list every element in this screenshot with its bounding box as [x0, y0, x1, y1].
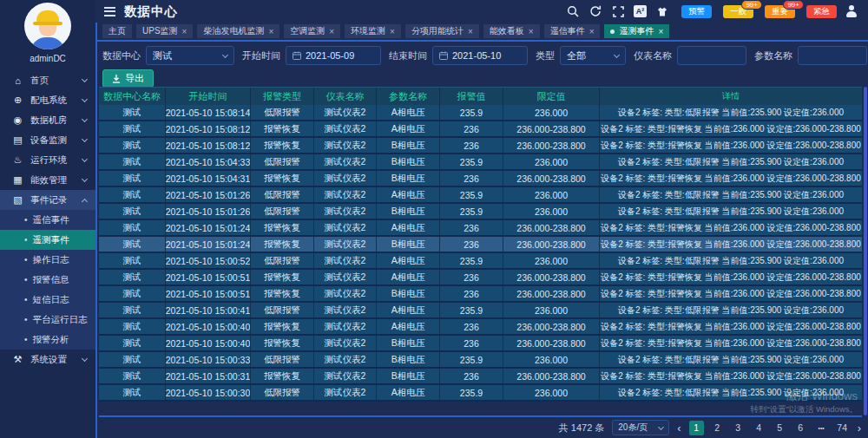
sidebar-item-power-distribution[interactable]: ⊕配电系统: [0, 90, 95, 110]
cell-data-center-name: 测试: [99, 336, 166, 350]
cell-alarm-value: 235.9: [440, 204, 503, 219]
table-row[interactable]: 测试2021-05-10 15:00:33低限报警测试仪表2B相电压235.92…: [99, 352, 862, 369]
close-tab-icon[interactable]: ×: [529, 27, 534, 36]
badge-pill[interactable]: 紧急: [806, 5, 837, 18]
table-row[interactable]: 测试2021-05-10 15:08:12报警恢复测试仪表2B相电压236236…: [99, 138, 862, 154]
table-row[interactable]: 测试2021-05-10 15:04:31报警恢复测试仪表2B相电压236236…: [99, 171, 862, 187]
tab-ups-monitoring[interactable]: UPS监测×: [136, 24, 193, 38]
chevron-down-icon: [82, 116, 88, 122]
sidebar-item-system-settings[interactable]: ⚒系统设置: [0, 350, 95, 369]
close-tab-icon[interactable]: ×: [268, 27, 273, 36]
tab-energy-subitem-stats[interactable]: 分项用能统计×: [405, 24, 479, 38]
cell-meter-name: 测试仪表2: [314, 154, 377, 169]
close-tab-icon[interactable]: ×: [589, 27, 595, 36]
page-button-3[interactable]: 3: [731, 421, 746, 435]
pagination: 共 1472 条 20条/页 ‹ 123456•••74 ›: [559, 420, 863, 435]
cell-param-name: B相电压: [377, 286, 440, 301]
font-size-icon[interactable]: A²: [634, 5, 647, 17]
tab-ac-monitoring[interactable]: 空调监测×: [284, 24, 340, 38]
close-tab-icon[interactable]: ×: [390, 27, 395, 36]
cell-meter-name: 测试仪表2: [314, 171, 377, 186]
table-row[interactable]: 测试2021-05-10 15:00:51报警恢复测试仪表2B相电压236236…: [99, 286, 862, 303]
cell-alarm-type: 报警恢复: [251, 220, 314, 235]
alarm-badge-urgent[interactable]: 紧急: [806, 5, 837, 18]
cell-limit-value: 236.000: [503, 105, 600, 120]
param-name-input[interactable]: [798, 46, 867, 65]
page-button-4[interactable]: 4: [752, 421, 766, 435]
table-row[interactable]: 测试2021-05-10 15:08:14低限报警测试仪表2A相电压235.92…: [99, 105, 862, 121]
sidebar-item-alarm-analysis[interactable]: •报警分析: [0, 330, 95, 350]
next-page-button[interactable]: ›: [856, 422, 863, 435]
page-button-74[interactable]: 74: [835, 421, 850, 435]
scrollbar-thumb[interactable]: [864, 87, 867, 415]
close-tab-icon[interactable]: ×: [329, 27, 334, 36]
tab-diesel-generator-monitoring[interactable]: 柴油发电机监测×: [197, 24, 279, 38]
data-center-select[interactable]: 测试: [146, 46, 234, 65]
table-row[interactable]: 测试2021-05-10 15:00:52低限报警测试仪表2A相电压235.92…: [99, 253, 862, 270]
alarm-badge-forewarn[interactable]: 预警: [681, 5, 712, 18]
table-row[interactable]: 测试2021-05-10 15:00:30低限报警测试仪表2A相电压235.92…: [99, 385, 862, 402]
page-button-2[interactable]: 2: [710, 421, 725, 435]
table-row[interactable]: 测试2021-05-10 15:00:40报警恢复测试仪表2B相电压236236…: [99, 336, 862, 352]
sidebar-item-platform-run-log[interactable]: •平台运行日志: [0, 310, 95, 330]
alarm-badge-important[interactable]: 重要99+: [765, 5, 795, 18]
table-row[interactable]: 测试2021-05-10 15:00:40报警恢复测试仪表2A相电压236236…: [99, 319, 862, 336]
export-button[interactable]: 导出: [102, 69, 154, 88]
close-tab-icon[interactable]: ×: [658, 27, 663, 36]
table-row[interactable]: 测试2021-05-10 15:04:33低限报警测试仪表2B相电压235.92…: [99, 154, 862, 171]
avatar[interactable]: [24, 3, 71, 49]
sidebar-item-label: 事件记录: [30, 194, 67, 206]
tab-home[interactable]: 主页: [102, 24, 132, 38]
meter-name-input[interactable]: [677, 46, 746, 65]
alarm-badge-general[interactable]: 一般99+: [723, 5, 753, 18]
sidebar-item-operating-environment[interactable]: ♨运行环境: [0, 150, 95, 170]
tab-remote-signal-events[interactable]: 遥信事件×: [544, 24, 601, 38]
page-size-select[interactable]: 20条/页: [612, 420, 669, 435]
table-row[interactable]: 测试2021-05-10 15:01:24报警恢复测试仪表2B相电压236236…: [99, 237, 862, 253]
table-row[interactable]: 测试2021-05-10 15:01:24报警恢复测试仪表2A相电压236236…: [99, 220, 862, 237]
theme-shirt-icon[interactable]: [655, 4, 669, 18]
chevron-down-icon: [658, 423, 664, 429]
sidebar-item-remote-signal-events[interactable]: •遥信事件: [0, 210, 95, 230]
table-row[interactable]: 测试2021-05-10 15:01:26低限报警测试仪表2A相电压235.92…: [99, 187, 862, 204]
close-tab-icon[interactable]: ×: [182, 27, 187, 36]
hamburger-icon[interactable]: [104, 7, 115, 16]
cell-start-time: 2021-05-10 15:00:41: [166, 303, 251, 317]
user-icon[interactable]: [845, 5, 858, 17]
page-button-1[interactable]: 1: [689, 421, 704, 435]
cell-alarm-value: 235.9: [440, 303, 503, 317]
cell-details: 设备2 标签: 类型:低限报警 当前值:235.900 设定值:236.000: [600, 303, 862, 317]
sidebar-item-event-records[interactable]: ▧事件记录: [0, 190, 95, 210]
tab-environment-monitoring[interactable]: 环境监测×: [345, 24, 401, 38]
tab-label: 柴油发电机监测: [203, 25, 264, 37]
tab-energy-efficiency-board[interactable]: 能效看板×: [483, 24, 540, 38]
search-icon[interactable]: [566, 4, 580, 18]
fullscreen-icon[interactable]: [611, 4, 625, 18]
end-time-input[interactable]: 2021-05-10: [432, 46, 528, 65]
sidebar-item-energy-management[interactable]: ▦能效管理: [0, 170, 95, 190]
page-button-6[interactable]: 6: [793, 421, 808, 435]
sidebar-item-sms-log[interactable]: •短信日志: [0, 290, 95, 310]
close-tab-icon[interactable]: ×: [468, 27, 473, 36]
cell-details: 设备2 标签: 类型:报警恢复 当前值:236.000 设定值:236.000-…: [600, 138, 862, 153]
table-row[interactable]: 测试2021-05-10 15:00:31报警恢复测试仪表2B相电压236236…: [99, 369, 862, 385]
page-button-5[interactable]: 5: [773, 421, 787, 435]
badge-pill[interactable]: 预警: [681, 5, 712, 18]
refresh-icon[interactable]: [589, 4, 602, 18]
start-time-input[interactable]: 2021-05-09: [286, 46, 381, 65]
sidebar-item-operation-log[interactable]: •操作日志: [0, 250, 95, 270]
sidebar-item-alarm-info[interactable]: •报警信息: [0, 270, 95, 290]
prev-page-button[interactable]: ‹: [675, 422, 682, 435]
sidebar-item-telemetry-events[interactable]: •遥测事件: [0, 230, 95, 250]
tab-telemetry-events[interactable]: 遥测事件×: [604, 24, 669, 38]
type-select[interactable]: 全部: [560, 46, 626, 65]
table-row[interactable]: 测试2021-05-10 15:00:51报警恢复测试仪表2A相电压236236…: [99, 270, 862, 286]
chevron-down-icon: [222, 51, 228, 57]
sidebar-item-device-monitoring[interactable]: ▤设备监测: [0, 130, 95, 150]
table-row[interactable]: 测试2021-05-10 15:00:41低限报警测试仪表2A相电压235.92…: [99, 303, 862, 319]
table-row[interactable]: 测试2021-05-10 15:01:26低限报警测试仪表2B相电压235.92…: [99, 204, 862, 220]
table-row[interactable]: 测试2021-05-10 15:08:12报警恢复测试仪表2A相电压236236…: [99, 121, 862, 138]
sidebar-item-data-room[interactable]: ◉数据机房: [0, 110, 95, 130]
data-center-label: 数据中心: [102, 49, 141, 62]
sidebar-item-home[interactable]: ⌂首页: [0, 70, 95, 90]
